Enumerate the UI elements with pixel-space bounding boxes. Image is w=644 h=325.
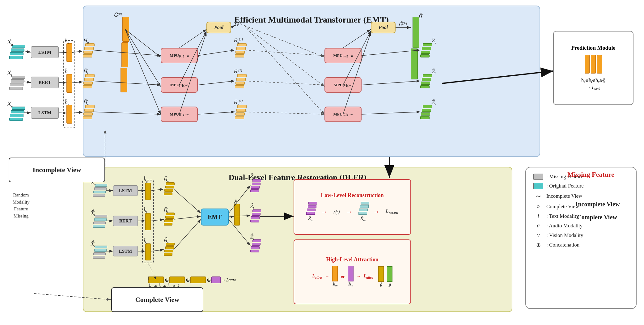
high-level-title: High-Level Attraction: [326, 256, 378, 263]
dlfr-h-dashed-border: [142, 180, 154, 263]
Hl-label: H̃l: [83, 69, 88, 75]
mpuL-ga: MPU[L]g↔a: [324, 48, 362, 63]
concat-bar4: [211, 276, 221, 283]
xa-input-stack: [9, 45, 23, 59]
legend-original-feature: : Original Feature: [533, 183, 629, 189]
dlfr-Zv-stack: [250, 239, 259, 252]
g-tilde-stack: [411, 17, 418, 79]
concat-oplus3: ⊕: [206, 276, 211, 283]
Zv-label: Z̃v: [431, 99, 436, 106]
concat-bar3: [190, 276, 206, 283]
xv-input-stack: [9, 107, 23, 121]
emt-inner: EMT: [201, 209, 229, 226]
Zv-out-stack: [420, 105, 430, 119]
Ha1-label: H̃a[1]: [233, 38, 243, 44]
Zl-label: Z̃l: [431, 69, 435, 75]
dlfr-hl-label: h̊l: [143, 208, 147, 214]
incomplete-view-side-label: Incomplete View: [561, 201, 635, 208]
concat-oplus2: ⊕: [185, 276, 190, 283]
pool1: Pool: [206, 22, 231, 33]
emt-title: Efficient Multimodal Transformer (EMT): [234, 15, 389, 25]
dlfr-Zl-stack: [250, 209, 259, 222]
concatenation-label: : Concatenation: [546, 242, 579, 248]
dlfr-Hv-label: H̊v: [163, 238, 169, 244]
Hv-stack: [83, 105, 92, 119]
dlfr-Za-label: Z̊a: [250, 174, 254, 180]
concat-arrow: →: [221, 276, 226, 283]
pred-title: Prediction Module: [571, 45, 615, 51]
original-feature-swatch: [533, 183, 543, 189]
g-tilde-label: g̃: [419, 12, 422, 19]
Za-label: Z̃a: [431, 38, 436, 44]
original-feature-text: : Original Feature: [546, 183, 584, 189]
lstm-vision: LSTM: [31, 107, 59, 119]
missing-feature-top-label: Missing Feature: [541, 171, 640, 179]
Zl-out-stack: [420, 74, 430, 88]
Ha-stack: [83, 43, 92, 57]
concat-oplus1: ⊕: [164, 276, 169, 283]
Za-out-stack: [420, 43, 430, 57]
mpuL-gl: MPU[L]g↔l: [324, 77, 362, 93]
svg-line-4: [24, 82, 31, 82]
dlfr-lstm-audio: LSTM: [113, 185, 138, 196]
random-modality-label: RandomModalityFeatureMissing: [2, 192, 40, 219]
emt-box: Efficient Multimodal Transformer (EMT): [83, 6, 540, 157]
xa-label: X̃a: [7, 39, 13, 47]
Hv-label: H̃v: [83, 99, 89, 106]
mpu1-gv: MPU[1]g↔v: [161, 107, 198, 122]
dlfr-Zv-label: Z̊v: [250, 234, 254, 240]
Ha-label: H̃a: [83, 38, 89, 44]
pred-bar3: [597, 55, 602, 74]
Hl-stack: [83, 74, 92, 88]
GL-label: G̃[L]: [399, 21, 407, 27]
concat-bar1: [148, 276, 164, 283]
G0-stack: [121, 17, 127, 92]
mpu1-gl: MPU[1]g↔l: [161, 77, 198, 93]
bert-lang: BERT: [31, 77, 59, 88]
lattra-label: Lattra: [226, 276, 236, 283]
dlfr-xl-label: X̊l: [90, 210, 95, 217]
dlfr-Zl-label: Z̊l: [250, 204, 254, 210]
low-level-title: Low-Level Reconstruction: [321, 192, 383, 199]
dlfr-Hv-stack: [164, 243, 172, 256]
mpuL-gv: MPU[L]g↔v: [324, 107, 362, 122]
complete-view-box: Complete View: [111, 287, 203, 312]
legend-vision-modality: v : Vision Modality: [533, 232, 629, 238]
h-dashed-border: [63, 40, 75, 128]
dlfr-lstm-vision: LSTM: [113, 246, 138, 256]
Hl1-stack: [235, 74, 244, 88]
svg-line-3: [24, 51, 31, 52]
poolL: Pool: [371, 22, 396, 33]
mpu1-ga: MPU[1]g↔a: [161, 48, 198, 63]
ha-tilde-label: h̃a: [64, 38, 69, 44]
audio-modality-symbol: a: [533, 222, 543, 229]
prediction-module: Prediction Module h̃a⊕h̃l⊕h̃v⊕g̃ → Ltask: [553, 31, 633, 105]
pred-formula: h̃a⊕h̃l⊕h̃v⊕g̃: [581, 78, 605, 83]
Hv1-label: H̃v[1]: [233, 99, 243, 106]
legend-concatenation: ⊕ : Concatenation: [533, 242, 629, 248]
complete-view-side-label: Complete View: [560, 214, 634, 221]
dlfr-Ha-stack: [164, 182, 172, 195]
hv-tilde-label: h̃v: [64, 99, 69, 106]
dlfr-ha-label: h̊a: [143, 177, 148, 183]
incomplete-view-text: Incomplete View: [546, 193, 582, 199]
Hv1-stack: [235, 105, 244, 119]
pred-bar2: [591, 55, 596, 74]
complete-view-label: Complete View: [135, 296, 179, 304]
low-level-recon-box: Low-Level Reconstruction Z̃m → r(·) → X̂…: [294, 179, 411, 235]
incomplete-view-box: Incomplete View: [9, 158, 105, 182]
dlfr-Hl-label: H̊l: [163, 208, 168, 214]
lstm-audio: LSTM: [31, 46, 59, 58]
Ha1-stack: [235, 43, 244, 57]
text-modality-symbol: l: [533, 213, 543, 219]
legend-incomplete-view: ∼ Incomplete View: [533, 192, 629, 200]
xl-input-stack: [9, 76, 23, 90]
vision-modality-label: : Vision Modality: [546, 232, 583, 238]
legend-box: : Missing Feature : Original Feature ∼ I…: [525, 167, 637, 309]
high-level-attract-box: High-Level Attraction Lattra ← h̊m or h̃…: [294, 239, 411, 304]
legend-audio-modality: a : Audio Modality: [533, 222, 629, 229]
audio-modality-label: : Audio Modality: [546, 223, 583, 229]
xv-label: X̃v: [7, 100, 13, 109]
G0-label: G̃[0]: [114, 12, 122, 18]
ltask-label: → Ltask: [587, 85, 600, 91]
